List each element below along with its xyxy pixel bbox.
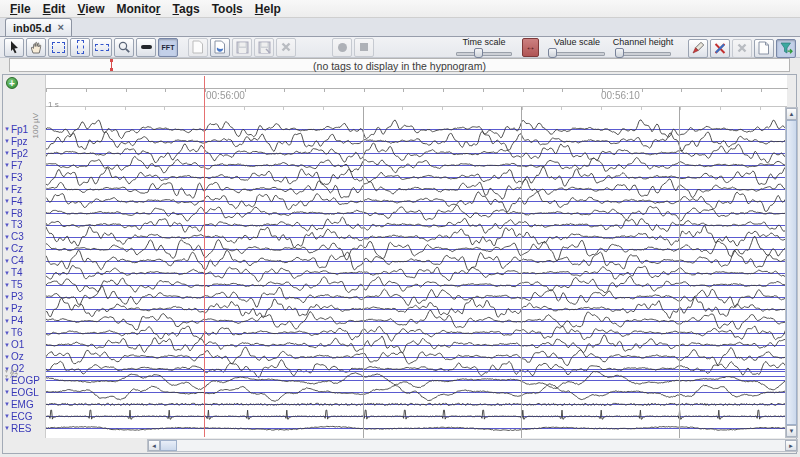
toolbar-left-group: FFT (3, 38, 375, 57)
channel-label-c4[interactable]: ▼C4 (4, 255, 44, 266)
channel-label-f4[interactable]: ▼F4 (4, 196, 44, 207)
channel-label-fpz[interactable]: ▼Fpz (4, 136, 44, 147)
chevron-down-icon[interactable]: ▼ (4, 401, 10, 407)
menu-item-tools[interactable]: Tools (206, 2, 249, 16)
horizontal-scroll-track[interactable] (177, 440, 785, 451)
value-scale-slider[interactable]: Value scale (547, 37, 607, 58)
chevron-down-icon[interactable]: ▼ (4, 138, 10, 144)
chevron-down-icon[interactable]: ▼ (4, 234, 10, 240)
slider-thumb[interactable] (548, 48, 557, 58)
menu-item-help[interactable]: Help (249, 2, 287, 16)
menu-item-file[interactable]: File (4, 2, 37, 16)
scroll-down-button[interactable]: ▼ (786, 425, 797, 437)
chevron-down-icon[interactable]: ▼ (4, 294, 10, 300)
channel-label-f8[interactable]: ▼F8 (4, 208, 44, 219)
vertical-scrollbar[interactable]: ▲ ▼ (785, 107, 798, 438)
chevron-down-icon[interactable]: ▼ (4, 162, 10, 168)
toolbar-right-group: Time scale ↔ Value scale Channel height (454, 37, 797, 58)
horizontal-scrollbar[interactable]: ◄ ► (147, 439, 798, 452)
filter-funnel-button[interactable] (776, 39, 796, 58)
fft-button[interactable]: FFT (158, 38, 178, 57)
channel-label-p3[interactable]: ▼P3 (4, 291, 44, 302)
time-scale-track[interactable] (456, 48, 512, 58)
channel-label-t6[interactable]: ▼T6 (4, 327, 44, 338)
channel-label-c3[interactable]: ▼C3 (4, 231, 44, 242)
chevron-down-icon[interactable]: ▼ (4, 246, 10, 252)
scroll-up-button[interactable]: ▲ (786, 108, 797, 120)
channel-height-slider[interactable]: Channel height (613, 37, 673, 58)
toolbar: FFT Time scale ↔ Value scale Channel hei… (0, 37, 800, 58)
chevron-down-icon[interactable]: ▼ (4, 377, 10, 383)
chevron-down-icon[interactable]: ▼ (4, 413, 10, 419)
chevron-down-icon[interactable]: ▼ (4, 282, 10, 288)
tag-page-button[interactable] (754, 39, 774, 58)
chevron-down-icon[interactable]: ▼ (4, 126, 10, 132)
doc-open-button[interactable] (210, 38, 230, 57)
scroll-left-button[interactable]: ◄ (148, 440, 160, 451)
chevron-down-icon[interactable]: ▼ (4, 174, 10, 180)
menu-item-view[interactable]: View (71, 2, 110, 16)
value-scale-track[interactable] (549, 48, 605, 58)
channel-label-pz[interactable]: ▼Pz (4, 303, 44, 314)
chevron-down-icon[interactable]: ▼ (4, 389, 10, 395)
menu-item-edit[interactable]: Edit (37, 2, 72, 16)
hypnogram-strip[interactable]: (no tags to display in the hypnogram) (9, 58, 790, 72)
channel-label-p4[interactable]: ▼P4 (4, 315, 44, 326)
channel-label-t4[interactable]: ▼T4 (4, 267, 44, 278)
channel-label-t5[interactable]: ▼T5 (4, 279, 44, 290)
chevron-down-icon[interactable]: ▼ (4, 150, 10, 156)
chevron-down-icon[interactable]: ▼ (4, 198, 10, 204)
menu-bar: FileEditViewMonitorTagsToolsHelp (0, 0, 800, 18)
channel-label-fp2[interactable]: ▼Fp2 (4, 148, 44, 159)
chevron-down-icon[interactable]: ▼ (4, 222, 10, 228)
vertical-scroll-thumb[interactable] (786, 120, 797, 425)
channel-label-eogp[interactable]: ▼EOGP (4, 375, 44, 386)
chevron-down-icon[interactable]: ▼ (4, 270, 10, 276)
signal-plot[interactable] (45, 107, 787, 438)
add-tag-button[interactable]: + (6, 77, 18, 89)
menu-item-monitor[interactable]: Monitor (111, 2, 167, 16)
slider-thumb[interactable] (615, 48, 624, 58)
cursor-arrow-button[interactable] (4, 38, 24, 57)
channel-label-t3[interactable]: ▼T3 (4, 219, 44, 230)
measure-button[interactable] (136, 38, 156, 57)
channel-label-f3[interactable]: ▼F3 (4, 172, 44, 183)
channel-label-o1[interactable]: ▼O1 (4, 339, 44, 350)
select-row-button[interactable] (92, 38, 112, 57)
select-column-button[interactable] (70, 38, 90, 57)
channel-height-track[interactable] (615, 48, 671, 58)
channel-label-res[interactable]: ▼RES (4, 423, 44, 434)
montage-tools-button[interactable] (710, 39, 730, 58)
chevron-down-icon[interactable]: ▼ (4, 342, 10, 348)
tab-inb05d[interactable]: inb05.d × (5, 18, 72, 36)
chevron-down-icon[interactable]: ▼ (4, 306, 10, 312)
chevron-down-icon[interactable]: ▼ (4, 210, 10, 216)
menu-item-tags[interactable]: Tags (167, 2, 206, 16)
channel-label-ecg[interactable]: ▼ECG (4, 411, 44, 422)
channel-label-eogl[interactable]: ▼EOGL (4, 387, 44, 398)
magnifier-button[interactable] (114, 38, 134, 57)
tab-close-icon[interactable]: × (58, 22, 64, 33)
chevron-down-icon[interactable]: ▼ (4, 186, 10, 192)
montage-pen-button[interactable] (688, 39, 708, 58)
chevron-down-icon[interactable]: ▼ (4, 425, 10, 431)
signal-plot-canvas[interactable] (46, 107, 788, 438)
time-scale-slider[interactable]: Time scale (454, 37, 514, 58)
fit-time-scale-button[interactable]: ↔ (522, 38, 539, 57)
select-region-button[interactable] (48, 38, 68, 57)
hand-pan-button[interactable] (26, 38, 46, 57)
chevron-down-icon[interactable]: ▼ (4, 318, 10, 324)
time-label: 00:56:00 (206, 90, 245, 101)
channel-label-fp1[interactable]: ▼Fp1 (4, 124, 44, 135)
slider-thumb[interactable] (474, 48, 483, 58)
scroll-right-button[interactable]: ► (785, 440, 797, 451)
channel-label-f7[interactable]: ▼F7 (4, 160, 44, 171)
channel-label-emg[interactable]: ▼EMG (4, 399, 44, 410)
chevron-down-icon[interactable]: ▼ (4, 354, 10, 360)
channel-label-oz[interactable]: ▼Oz (4, 351, 44, 362)
chevron-down-icon[interactable]: ▼ (4, 258, 10, 264)
channel-label-fz[interactable]: ▼Fz (4, 184, 44, 195)
channel-label-cz[interactable]: ▼Cz (4, 243, 44, 254)
horizontal-scroll-thumb[interactable] (160, 440, 177, 451)
chevron-down-icon[interactable]: ▼ (4, 330, 10, 336)
